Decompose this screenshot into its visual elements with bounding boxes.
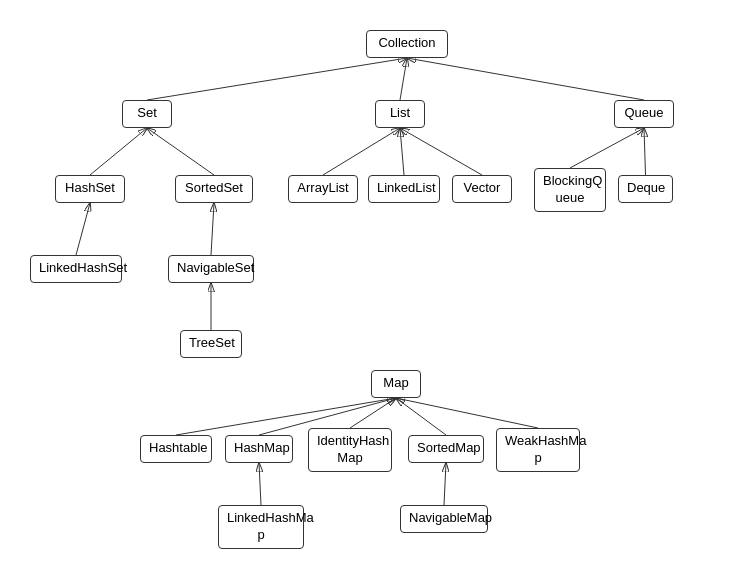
node-blockingqueue: BlockingQ ueue	[534, 168, 606, 212]
node-deque: Deque	[618, 175, 673, 203]
svg-line-6	[323, 128, 400, 175]
svg-line-9	[570, 128, 644, 168]
node-linkedhashset: LinkedHashSet	[30, 255, 122, 283]
svg-line-10	[644, 128, 646, 175]
svg-line-18	[396, 398, 538, 428]
node-identityhashmap: IdentityHash Map	[308, 428, 392, 472]
node-set: Set	[122, 100, 172, 128]
node-navigablemap: NavigableMap	[400, 505, 488, 533]
node-hashset: HashSet	[55, 175, 125, 203]
svg-line-2	[400, 58, 407, 100]
node-linkedlist: LinkedList	[368, 175, 440, 203]
svg-line-16	[350, 398, 396, 428]
svg-line-11	[76, 203, 90, 255]
node-treeset: TreeSet	[180, 330, 242, 358]
connector-lines	[0, 0, 750, 568]
svg-line-4	[90, 128, 147, 175]
svg-line-5	[147, 128, 214, 175]
svg-line-20	[444, 463, 446, 505]
svg-line-12	[211, 203, 214, 255]
node-map: Map	[371, 370, 421, 398]
node-navigableset: NavigableSet	[168, 255, 254, 283]
svg-line-3	[407, 58, 644, 100]
svg-line-1	[147, 58, 407, 100]
node-sortedmap: SortedMap	[408, 435, 484, 463]
svg-line-17	[396, 398, 446, 435]
svg-line-7	[400, 128, 404, 175]
class-hierarchy-diagram: CollectionSetListQueueHashSetSortedSetAr…	[0, 0, 750, 568]
node-list: List	[375, 100, 425, 128]
svg-line-8	[400, 128, 482, 175]
node-hashtable: Hashtable	[140, 435, 212, 463]
node-linkedhashmap: LinkedHashMa p	[218, 505, 304, 549]
node-sortedset: SortedSet	[175, 175, 253, 203]
node-vector: Vector	[452, 175, 512, 203]
node-collection: Collection	[366, 30, 448, 58]
node-arraylist: ArrayList	[288, 175, 358, 203]
node-hashmap: HashMap	[225, 435, 293, 463]
svg-line-19	[259, 463, 261, 505]
node-queue: Queue	[614, 100, 674, 128]
node-weakhashmap: WeakHashMa p	[496, 428, 580, 472]
